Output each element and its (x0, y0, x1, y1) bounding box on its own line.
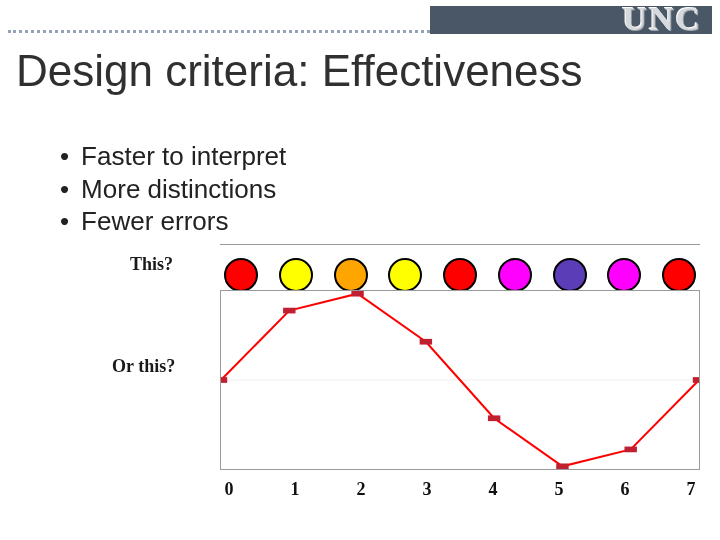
x-tick: 0 (220, 479, 238, 500)
color-swatch (443, 258, 477, 292)
svg-rect-5 (488, 415, 500, 421)
x-tick: 1 (286, 479, 304, 500)
x-tick: 7 (682, 479, 700, 500)
color-swatch (279, 258, 313, 292)
svg-rect-2 (283, 308, 295, 314)
svg-rect-4 (420, 339, 432, 345)
x-tick: 2 (352, 479, 370, 500)
color-swatch (224, 258, 258, 292)
label-this: This? (130, 254, 173, 275)
color-swatch (662, 258, 696, 292)
color-swatch (553, 258, 587, 292)
header-bar (8, 6, 712, 34)
bullet-item: More distinctions (60, 173, 286, 206)
x-tick: 3 (418, 479, 436, 500)
svg-rect-3 (351, 291, 363, 297)
x-tick: 6 (616, 479, 634, 500)
x-tick: 4 (484, 479, 502, 500)
bullet-item: Fewer errors (60, 205, 286, 238)
x-tick: 5 (550, 479, 568, 500)
label-or-this: Or this? (112, 356, 175, 377)
color-swatch (607, 258, 641, 292)
x-axis-ticks: 0 1 2 3 4 5 6 7 (220, 479, 700, 500)
line-chart (220, 290, 700, 470)
color-swatch (498, 258, 532, 292)
page-title: Design criteria: Effectiveness (16, 46, 583, 96)
color-swatch (388, 258, 422, 292)
svg-rect-1 (221, 377, 227, 383)
bullet-item: Faster to interpret (60, 140, 286, 173)
svg-rect-6 (556, 463, 568, 469)
chart-svg (221, 291, 699, 469)
logo-text: UNC (622, 0, 702, 38)
color-swatch (334, 258, 368, 292)
header-dotted (8, 30, 430, 34)
bullet-list: Faster to interpret More distinctions Fe… (60, 140, 286, 238)
svg-rect-8 (693, 377, 699, 383)
svg-rect-7 (624, 447, 636, 453)
